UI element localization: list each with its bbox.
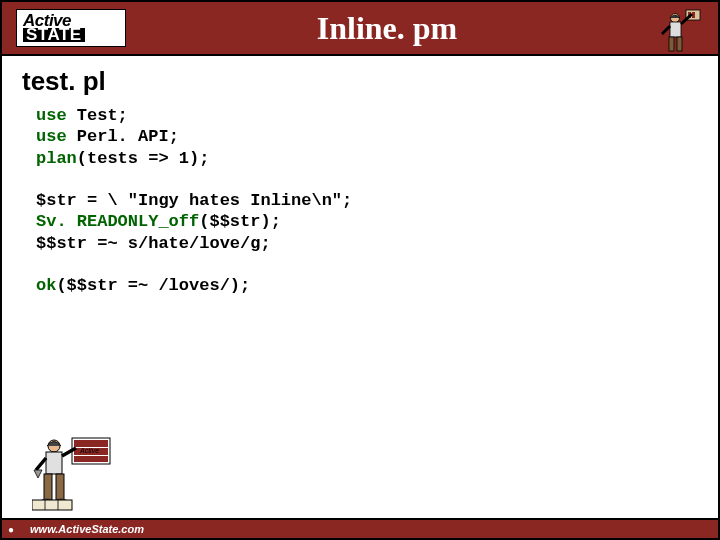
footer-url: www.ActiveState.com	[30, 523, 144, 535]
code-kw: Sv. READONLY_off	[36, 212, 199, 231]
code-text: (tests => 1);	[77, 149, 210, 168]
code-text: ($$str =~ /loves/);	[56, 276, 250, 295]
svg-rect-15	[46, 452, 62, 474]
footer-bullet-icon: ●	[8, 524, 14, 535]
svg-rect-22	[32, 500, 72, 510]
svg-rect-12	[74, 456, 108, 462]
worker-figure-icon	[656, 4, 708, 54]
svg-text:Active: Active	[79, 447, 99, 454]
activestate-logo: Active STATE	[16, 9, 126, 47]
code-kw: use	[36, 127, 67, 146]
svg-rect-16	[44, 474, 52, 500]
code-kw: use	[36, 106, 67, 125]
code-block: use Test; use Perl. API; plan(tests => 1…	[36, 105, 718, 296]
footer-bar: ● www.ActiveState.com	[2, 518, 718, 538]
code-text: $str = \ "Ingy hates Inline\n";	[36, 191, 352, 210]
bricklayer-figure-icon: Active	[32, 428, 118, 516]
code-text: $$str =~ s/hate/love/g;	[36, 234, 271, 253]
code-filename: test. pl	[22, 66, 718, 97]
logo-line-2: STATE	[23, 28, 85, 42]
code-kw: ok	[36, 276, 56, 295]
code-text: Perl. API;	[67, 127, 179, 146]
svg-rect-6	[677, 37, 682, 51]
svg-rect-5	[669, 37, 674, 51]
svg-line-21	[36, 458, 46, 470]
code-text: ($$str);	[199, 212, 281, 231]
header-bar: Active STATE Inline. pm	[2, 2, 718, 56]
code-text: Test;	[67, 106, 128, 125]
svg-rect-17	[56, 474, 64, 500]
svg-line-8	[662, 26, 670, 34]
svg-rect-10	[74, 440, 108, 447]
slide-title: Inline. pm	[126, 10, 718, 47]
svg-rect-4	[670, 22, 681, 37]
code-kw: plan	[36, 149, 77, 168]
